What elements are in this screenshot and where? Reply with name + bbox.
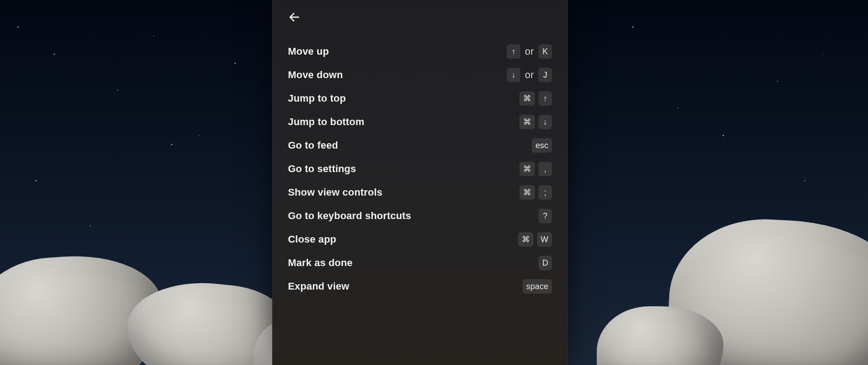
or-text: or: [525, 46, 534, 57]
shortcut-keys: ⌘ ,: [519, 162, 552, 176]
shortcut-label: Move down: [288, 69, 343, 81]
key-semicolon: ;: [538, 185, 552, 200]
key-j: J: [538, 68, 552, 82]
key-d: D: [538, 256, 552, 270]
shortcut-keys: ↓ or J: [507, 68, 552, 82]
or-text: or: [525, 69, 534, 81]
shortcut-keys: ⌘ W: [518, 232, 552, 247]
shortcut-label: Jump to top: [288, 93, 346, 104]
keyboard-shortcuts-panel: Move up ↑ or K Move down ↓ or J Jump to …: [272, 0, 568, 365]
key-w: W: [537, 232, 552, 247]
shortcut-keys: ⌘ ↓: [519, 115, 552, 129]
shortcut-label: Go to settings: [288, 163, 356, 175]
key-cmd: ⌘: [519, 91, 535, 106]
key-k: K: [538, 44, 552, 59]
shortcut-row-jump-bottom: Jump to bottom ⌘ ↓: [288, 110, 552, 134]
shortcut-row-move-up: Move up ↑ or K: [288, 40, 552, 63]
shortcut-keys: ⌘ ↑: [519, 91, 552, 106]
shortcut-row-go-shortcuts: Go to keyboard shortcuts ?: [288, 204, 552, 228]
shortcut-keys: ↑ or K: [507, 44, 552, 59]
shortcut-row-mark-done: Mark as done D: [288, 251, 552, 275]
shortcut-label: Go to feed: [288, 140, 338, 151]
key-cmd: ⌘: [519, 185, 535, 200]
key-question: ?: [538, 209, 552, 223]
arrow-left-icon: [288, 11, 301, 23]
key-cmd: ⌘: [519, 162, 535, 176]
key-space: space: [523, 279, 552, 294]
key-down: ↓: [538, 115, 552, 129]
key-up: ↑: [538, 91, 552, 106]
key-up: ↑: [507, 44, 520, 59]
key-down: ↓: [507, 68, 520, 82]
shortcut-keys: esc: [532, 138, 552, 153]
shortcut-row-view-controls: Show view controls ⌘ ;: [288, 181, 552, 204]
shortcut-label: Show view controls: [288, 187, 382, 198]
shortcut-keys: space: [523, 279, 552, 294]
shortcut-label: Close app: [288, 234, 336, 245]
shortcut-keys: D: [538, 256, 552, 270]
shortcut-keys: ?: [538, 209, 552, 223]
key-esc: esc: [532, 138, 552, 153]
shortcut-row-move-down: Move down ↓ or J: [288, 63, 552, 87]
key-cmd: ⌘: [519, 115, 535, 129]
shortcut-label: Expand view: [288, 281, 349, 292]
shortcut-row-jump-top: Jump to top ⌘ ↑: [288, 87, 552, 110]
shortcut-label: Move up: [288, 46, 329, 57]
shortcut-row-go-settings: Go to settings ⌘ ,: [288, 157, 552, 181]
shortcut-label: Go to keyboard shortcuts: [288, 210, 411, 222]
shortcut-row-expand-view: Expand view space: [288, 275, 552, 298]
shortcut-label: Mark as done: [288, 257, 353, 269]
shortcut-keys: ⌘ ;: [519, 185, 552, 200]
key-comma: ,: [538, 162, 552, 176]
shortcut-row-go-feed: Go to feed esc: [288, 134, 552, 157]
shortcut-label: Jump to bottom: [288, 116, 364, 128]
back-button[interactable]: [285, 8, 303, 26]
shortcut-row-close-app: Close app ⌘ W: [288, 228, 552, 251]
key-cmd: ⌘: [518, 232, 533, 247]
